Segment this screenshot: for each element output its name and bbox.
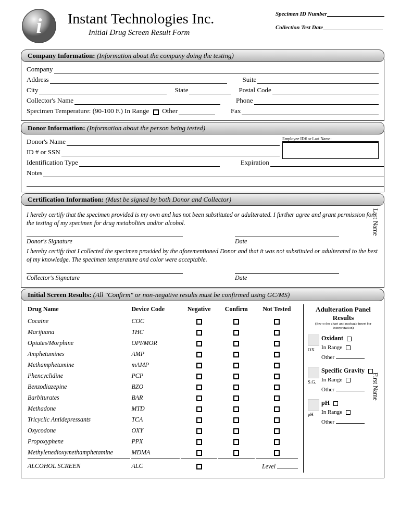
phone-label: Phone: [236, 96, 253, 105]
other-field[interactable]: [336, 352, 365, 359]
confirm-checkbox[interactable]: [233, 319, 239, 325]
in-range-checkbox[interactable]: [346, 345, 351, 350]
other-temp-field[interactable]: [179, 108, 215, 115]
not-tested-checkbox[interactable]: [274, 450, 280, 456]
collection-date-field[interactable]: Collection Test Date: [276, 24, 384, 30]
neg-checkbox[interactable]: [196, 352, 202, 357]
confirm-checkbox[interactable]: [233, 341, 239, 347]
in-range-checkbox[interactable]: [153, 109, 159, 115]
col-conf: Confirm: [218, 305, 255, 315]
in-range-checkbox[interactable]: [346, 378, 351, 382]
confirm-checkbox[interactable]: [233, 352, 239, 357]
collector-field[interactable]: [74, 97, 220, 105]
neg-checkbox[interactable]: [196, 406, 202, 412]
not-tested-checkbox[interactable]: [274, 385, 280, 390]
not-tested-checkbox[interactable]: [274, 406, 280, 412]
suite-field[interactable]: [257, 77, 379, 84]
not-tested-checkbox[interactable]: [274, 319, 280, 325]
other-field[interactable]: [336, 384, 365, 391]
collector-signature-field[interactable]: Collector's Signature: [27, 273, 183, 282]
confirm-checkbox[interactable]: [233, 363, 239, 368]
confirm-checkbox[interactable]: [233, 374, 239, 379]
not-tested-checkbox[interactable]: [274, 439, 280, 445]
neg-checkbox[interactable]: [196, 395, 202, 401]
collector-date-field[interactable]: Date: [235, 273, 339, 282]
donor-date-field[interactable]: Date: [235, 237, 339, 245]
not-tested-checkbox[interactable]: [274, 395, 280, 401]
fax-label: Fax: [231, 107, 241, 115]
adulteration-sub: (See color chart and package insert for …: [308, 322, 379, 330]
panel-checkbox[interactable]: [333, 401, 338, 406]
neg-checkbox[interactable]: [196, 439, 202, 445]
neg-checkbox[interactable]: [196, 319, 202, 325]
not-tested-checkbox[interactable]: [274, 428, 280, 434]
other-field[interactable]: [336, 416, 365, 424]
results-table: Drug Name Device Code Negative Confirm N…: [27, 304, 299, 473]
specimen-id-label: Specimen ID Number: [276, 10, 327, 17]
not-tested-checkbox[interactable]: [274, 330, 280, 336]
specimen-id-field[interactable]: Specimen ID Number: [276, 10, 384, 17]
not-tested-checkbox[interactable]: [274, 352, 280, 357]
not-tested-checkbox[interactable]: [274, 341, 280, 347]
donor-cert-text: I hereby certify that the specimen provi…: [27, 211, 379, 227]
confirm-checkbox[interactable]: [233, 417, 239, 423]
confirm-checkbox[interactable]: [233, 439, 239, 445]
neg-checkbox[interactable]: [196, 374, 202, 379]
other-row: Other: [321, 384, 379, 392]
color-swatch: [308, 399, 319, 411]
id-ssn-field[interactable]: ID # or SSN: [27, 148, 280, 156]
company-field[interactable]: Company: [27, 65, 379, 73]
confirm-checkbox[interactable]: [233, 395, 239, 401]
not-tested-checkbox[interactable]: [274, 417, 280, 423]
donor-signature-field[interactable]: Donor's Signature: [27, 237, 183, 245]
panel-name: pH: [321, 399, 379, 407]
id-type-field[interactable]: [79, 159, 220, 167]
alcohol-level-field[interactable]: [277, 461, 298, 468]
collector-label: Collector's Name: [27, 96, 73, 105]
table-row: PropoxyphenePPX: [28, 437, 298, 447]
neg-checkbox[interactable]: [196, 450, 202, 456]
employee-id-box[interactable]: Employee ID# or Last Name:: [282, 137, 379, 159]
not-tested-checkbox[interactable]: [274, 374, 280, 379]
in-range-checkbox[interactable]: [346, 410, 351, 415]
city-field[interactable]: [39, 87, 167, 94]
id-type-label: Identification Type: [27, 158, 78, 167]
page-subtitle: Initial Drug Screen Result Form: [89, 28, 276, 37]
confirm-checkbox[interactable]: [233, 450, 239, 456]
confirm-checkbox[interactable]: [233, 428, 239, 434]
postal-label: Postal Code: [239, 86, 271, 94]
donor-name-field[interactable]: Donor's Name: [27, 138, 280, 146]
confirm-checkbox[interactable]: [233, 406, 239, 412]
in-range-row: In Range: [321, 409, 379, 415]
neg-checkbox[interactable]: [196, 385, 202, 390]
panel-name: Oxidant: [321, 335, 379, 342]
table-row: AmphetaminesAMP: [28, 349, 298, 359]
fax-field[interactable]: [242, 108, 379, 115]
neg-checkbox[interactable]: [196, 341, 202, 347]
table-row: MethamphetaminemAMP: [28, 360, 298, 370]
last-name-side-label: Last Name: [371, 208, 379, 236]
table-row: PhencyclidinePCP: [28, 371, 298, 381]
state-field[interactable]: [189, 87, 231, 94]
notes-field[interactable]: Notes: [27, 169, 384, 177]
panel-checkbox[interactable]: [347, 337, 352, 341]
page-title: Instant Technologies Inc.: [68, 10, 276, 27]
confirm-checkbox[interactable]: [233, 385, 239, 390]
alcohol-neg-checkbox[interactable]: [196, 464, 202, 469]
svg-text:i: i: [36, 15, 42, 37]
address-field[interactable]: [50, 77, 227, 84]
neg-checkbox[interactable]: [196, 428, 202, 434]
postal-field[interactable]: [272, 87, 379, 94]
phone-field[interactable]: [254, 97, 379, 105]
not-tested-checkbox[interactable]: [274, 363, 280, 368]
expiration-field[interactable]: [270, 159, 384, 167]
neg-checkbox[interactable]: [196, 417, 202, 423]
neg-checkbox[interactable]: [196, 363, 202, 368]
collector-cert-text: I hereby certify that I collected the sp…: [27, 248, 379, 264]
other-label: Other: [162, 107, 178, 115]
confirm-checkbox[interactable]: [233, 330, 239, 336]
in-range-row: In Range: [321, 376, 379, 382]
alcohol-level-label: Level: [262, 463, 276, 470]
notes-field-2[interactable]: [27, 179, 384, 187]
neg-checkbox[interactable]: [196, 330, 202, 336]
